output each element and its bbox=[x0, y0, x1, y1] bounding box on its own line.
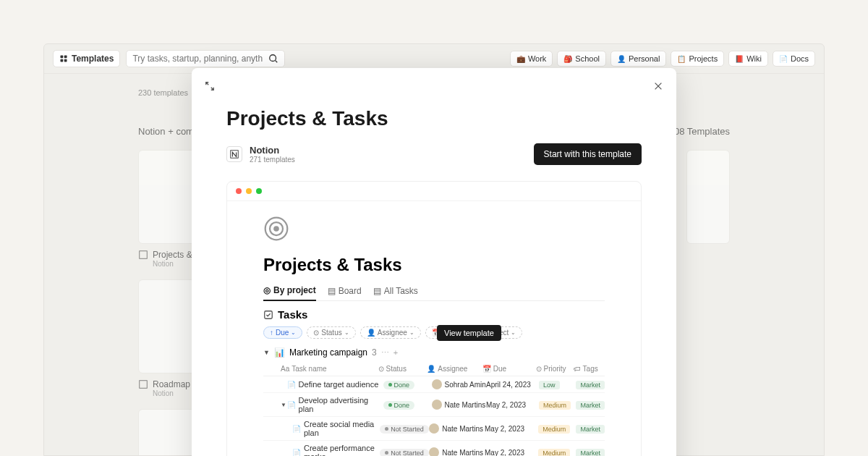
column-icon: ⊙ bbox=[536, 365, 542, 373]
search-input[interactable] bbox=[132, 54, 263, 64]
close-icon[interactable] bbox=[653, 81, 663, 91]
templates-icon bbox=[59, 54, 68, 63]
nav-chip-projects[interactable]: 📋Projects bbox=[671, 51, 724, 67]
tag-badge: Market bbox=[576, 381, 605, 389]
nav-chip-work[interactable]: 💼Work bbox=[510, 51, 553, 67]
tab-board[interactable]: ▤Board bbox=[328, 285, 362, 300]
chip-icon: 🎒 bbox=[563, 55, 572, 63]
svg-rect-2 bbox=[61, 59, 64, 62]
notion-logo-icon bbox=[138, 250, 148, 260]
chip-label: Wiki bbox=[746, 54, 762, 63]
svg-point-14 bbox=[274, 227, 278, 230]
card-title: Roadmap bbox=[153, 379, 190, 389]
view-template-tooltip[interactable]: View template bbox=[437, 325, 501, 341]
group-add-icon[interactable]: + bbox=[393, 348, 398, 357]
due-date: May 2, 2023 bbox=[485, 425, 538, 433]
chevron-down-icon: ⌄ bbox=[409, 329, 414, 336]
svg-rect-0 bbox=[61, 56, 64, 59]
filter-assignee[interactable]: 👤Assignee⌄ bbox=[360, 326, 421, 339]
due-date: April 24, 2023 bbox=[486, 381, 539, 389]
group-more-icon[interactable]: ⋯ bbox=[381, 348, 389, 358]
nav-chip-wiki[interactable]: 📕Wiki bbox=[728, 51, 768, 67]
svg-rect-7 bbox=[140, 381, 148, 389]
window-close-icon bbox=[236, 188, 242, 194]
chevron-down-icon: ⌄ bbox=[511, 329, 516, 336]
author-template-count: 271 templates bbox=[250, 156, 295, 164]
target-icon bbox=[263, 216, 289, 242]
tab-label: By project bbox=[273, 285, 316, 295]
svg-rect-6 bbox=[140, 251, 148, 259]
avatar bbox=[432, 400, 442, 410]
table-row[interactable]: 📄Create performance marke Not Started Na… bbox=[263, 441, 605, 456]
status-badge: Not Started bbox=[380, 449, 429, 456]
nav-chip-school[interactable]: 🎒School bbox=[557, 51, 606, 67]
filter-icon: ⊙ bbox=[313, 329, 319, 337]
window-controls bbox=[227, 182, 641, 201]
tab-icon: ◎ bbox=[263, 285, 271, 295]
chip-icon: 📄 bbox=[779, 55, 788, 63]
priority-badge: Low bbox=[539, 381, 560, 389]
window-zoom-icon bbox=[256, 188, 262, 194]
tab-by-project[interactable]: ◎By project bbox=[263, 285, 316, 301]
filter-status[interactable]: ⊙Status⌄ bbox=[307, 326, 355, 339]
status-badge: Done bbox=[383, 401, 415, 410]
checkbox-icon bbox=[263, 310, 273, 320]
table-row[interactable]: 📄Define target audience Done Sohrab Amin… bbox=[263, 376, 605, 393]
collapse-toggle-icon[interactable]: ▼ bbox=[263, 349, 270, 356]
task-name: Define target audience bbox=[299, 380, 379, 389]
group-name: Marketing campaign bbox=[289, 347, 367, 358]
tag-badge: Market bbox=[576, 401, 605, 410]
table-row[interactable]: ▼ 📄Develop advertising plan Done Nate Ma… bbox=[263, 393, 605, 417]
assignee-name: Nate Martins bbox=[442, 449, 483, 457]
page-icon: 📄 bbox=[292, 449, 301, 457]
task-name: Create social media plan bbox=[304, 420, 380, 437]
filter-icon: ↑ bbox=[270, 329, 273, 337]
svg-rect-3 bbox=[64, 59, 67, 62]
template-modal: Projects & Tasks Notion 271 templates St… bbox=[192, 68, 676, 456]
tab-all-tasks[interactable]: ▤All Tasks bbox=[373, 285, 418, 300]
column-icon: 🏷 bbox=[574, 365, 581, 373]
template-preview: View template Projects & Tasks ◎By proje… bbox=[226, 181, 642, 456]
status-badge: Done bbox=[383, 381, 415, 389]
card-thumbnail bbox=[686, 150, 730, 244]
start-template-button[interactable]: Start with this template bbox=[534, 143, 642, 165]
col-priority-label: Priority bbox=[544, 365, 566, 373]
chip-icon: 👤 bbox=[617, 55, 626, 63]
tasks-label: Tasks bbox=[278, 308, 307, 321]
col-tags-label: Tags bbox=[583, 365, 598, 373]
search-box[interactable] bbox=[126, 50, 285, 67]
author-avatar bbox=[226, 146, 242, 162]
column-icon: ⊙ bbox=[378, 365, 384, 373]
chip-label: Projects bbox=[689, 54, 718, 63]
nav-chip-personal[interactable]: 👤Personal bbox=[610, 51, 666, 67]
group-header[interactable]: ▼ 📊 Marketing campaign 3 ⋯ + bbox=[263, 347, 605, 358]
view-tabs: ◎By project▤Board▤All Tasks bbox=[263, 285, 605, 301]
group-count: 3 bbox=[372, 347, 377, 358]
filter-due[interactable]: ↑Due⌄ bbox=[263, 326, 302, 339]
page-icon: 📄 bbox=[287, 381, 296, 389]
tab-label: Board bbox=[339, 286, 362, 296]
table-header: AaTask name ⊙Status 👤Assignee 📅Due ⊙Prio… bbox=[263, 362, 605, 376]
priority-badge: Medium bbox=[539, 401, 571, 410]
assignee-name: Nate Martins bbox=[442, 425, 483, 433]
expand-icon[interactable] bbox=[205, 81, 215, 91]
nav-categories: 💼Work🎒School👤Personal📋Projects📕Wiki📄Docs bbox=[510, 51, 815, 67]
assignee-name: Sohrab Amin bbox=[445, 381, 486, 389]
col-status-label: Status bbox=[386, 365, 407, 373]
nav-chip-docs[interactable]: 📄Docs bbox=[773, 51, 815, 67]
author-name[interactable]: Notion bbox=[250, 145, 295, 156]
svg-rect-1 bbox=[64, 56, 67, 59]
templates-button[interactable]: Templates bbox=[53, 50, 120, 67]
expand-toggle-icon[interactable]: ▼ bbox=[281, 402, 287, 408]
tag-badge: Market bbox=[576, 425, 605, 434]
tab-label: All Tasks bbox=[384, 286, 418, 296]
tasks-header: Tasks bbox=[263, 308, 605, 321]
window-minimize-icon bbox=[246, 188, 252, 194]
avatar bbox=[432, 379, 442, 389]
chip-label: Docs bbox=[791, 54, 809, 63]
svg-line-5 bbox=[276, 61, 278, 63]
table-row[interactable]: 📄Create social media plan Not Started Na… bbox=[263, 417, 605, 441]
col-assignee-label: Assignee bbox=[438, 365, 467, 373]
column-icon: Aa bbox=[281, 365, 289, 373]
filter-label: Assignee bbox=[378, 329, 407, 337]
